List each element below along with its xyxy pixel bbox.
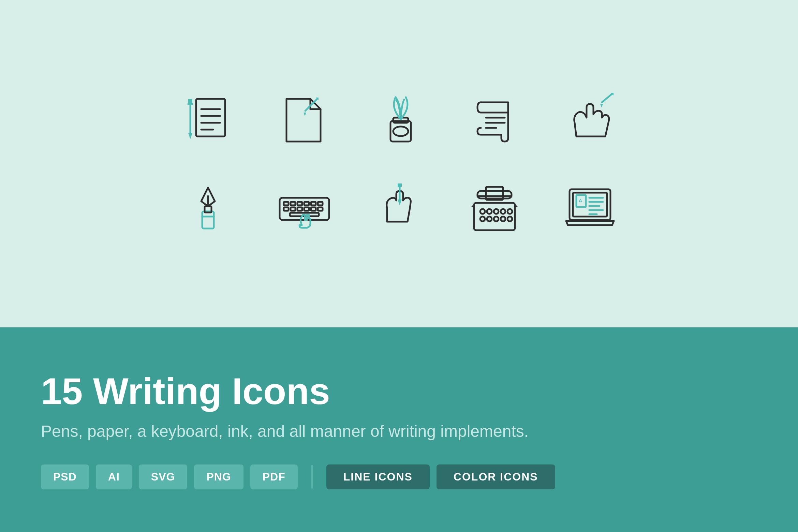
svg-rect-26 bbox=[284, 202, 289, 205]
svg-point-55 bbox=[507, 217, 512, 221]
fountain-pen-icon bbox=[174, 174, 242, 242]
svg-rect-30 bbox=[311, 202, 316, 205]
svg-rect-27 bbox=[291, 202, 295, 205]
line-icons-button[interactable]: LINE ICONS bbox=[326, 464, 430, 489]
svg-rect-36 bbox=[311, 207, 316, 211]
svg-rect-34 bbox=[297, 207, 302, 211]
svg-rect-22 bbox=[202, 211, 214, 228]
svg-marker-6 bbox=[188, 133, 192, 139]
hand-writing-icon bbox=[556, 85, 624, 153]
color-icons-button[interactable]: COLOR ICONS bbox=[437, 464, 555, 489]
keyboard-icon bbox=[269, 174, 338, 242]
svg-marker-40 bbox=[398, 200, 402, 205]
svg-rect-43 bbox=[477, 191, 512, 198]
bottom-section: 15 Writing Icons Pens, paper, a keyboard… bbox=[0, 327, 798, 532]
svg-line-18 bbox=[602, 94, 612, 102]
svg-marker-19 bbox=[600, 104, 603, 107]
svg-point-50 bbox=[507, 209, 512, 214]
svg-point-14 bbox=[393, 127, 408, 136]
subtitle: Pens, paper, a keyboard, ink, and all ma… bbox=[41, 422, 757, 441]
svg-point-49 bbox=[501, 209, 505, 214]
laptop-document-icon: A bbox=[556, 174, 624, 242]
scroll-icon bbox=[460, 85, 529, 153]
svg-point-48 bbox=[494, 209, 499, 214]
svg-rect-8 bbox=[188, 99, 192, 104]
svg-rect-33 bbox=[291, 207, 295, 211]
badge-ai[interactable]: AI bbox=[96, 464, 132, 489]
svg-rect-0 bbox=[196, 99, 225, 136]
svg-rect-35 bbox=[304, 207, 309, 211]
svg-rect-59 bbox=[573, 193, 607, 217]
top-section: A bbox=[0, 0, 798, 327]
typewriter-icon bbox=[460, 174, 529, 242]
divider bbox=[311, 465, 313, 489]
pencil-paper-icon bbox=[174, 85, 242, 153]
badge-psd[interactable]: PSD bbox=[41, 464, 89, 489]
svg-rect-41 bbox=[398, 183, 402, 187]
svg-rect-32 bbox=[284, 207, 289, 211]
svg-point-52 bbox=[487, 217, 492, 221]
svg-point-46 bbox=[480, 209, 485, 214]
svg-rect-37 bbox=[318, 207, 323, 211]
hand-pencil-icon bbox=[365, 174, 433, 242]
main-title: 15 Writing Icons bbox=[41, 370, 757, 412]
svg-rect-31 bbox=[318, 202, 323, 205]
svg-marker-10 bbox=[304, 113, 306, 116]
badge-pdf[interactable]: PDF bbox=[250, 464, 298, 489]
svg-rect-28 bbox=[297, 202, 302, 205]
feather-ink-icon bbox=[365, 85, 433, 153]
svg-point-47 bbox=[487, 209, 492, 214]
icon-row-1 bbox=[174, 85, 624, 153]
icon-row-2: A bbox=[174, 174, 624, 242]
badge-png[interactable]: PNG bbox=[194, 464, 243, 489]
svg-text:A: A bbox=[579, 198, 582, 203]
badge-svg[interactable]: SVG bbox=[139, 464, 188, 489]
svg-point-53 bbox=[494, 217, 499, 221]
svg-point-54 bbox=[501, 217, 505, 221]
svg-rect-29 bbox=[304, 202, 309, 205]
badges-row: PSD AI SVG PNG PDF LINE ICONS COLOR ICON… bbox=[41, 464, 757, 489]
svg-point-51 bbox=[480, 217, 485, 221]
document-edit-icon bbox=[269, 85, 338, 153]
